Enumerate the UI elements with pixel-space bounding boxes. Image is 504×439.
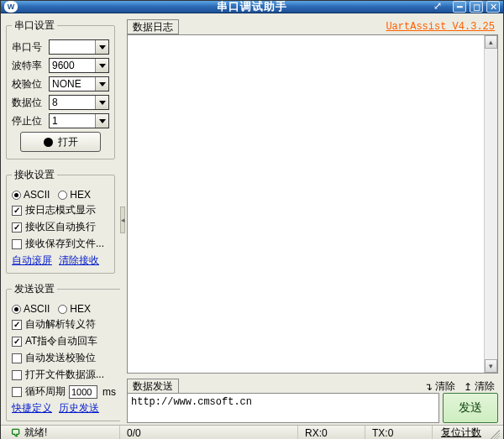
- chevron-down-icon[interactable]: [95, 40, 108, 54]
- parity-value: NONE: [50, 77, 95, 91]
- send-input[interactable]: http://www.cmsoft.cn: [127, 393, 439, 423]
- log-header: 数据日志 UartAssist V4.3.25: [127, 18, 498, 35]
- left-panel: 串口设置 串口号 波特率 9600 校验位: [1, 13, 120, 425]
- send-mode-hex[interactable]: HEX: [58, 303, 91, 315]
- send-quickdef-link[interactable]: 快捷定义: [12, 401, 52, 415]
- send-cycle-checkbox[interactable]: [12, 387, 22, 397]
- send-mode-ascii[interactable]: ASCII: [12, 303, 50, 315]
- clear1-label: 清除: [435, 379, 455, 394]
- send-history-link[interactable]: 历史发送: [59, 401, 99, 415]
- ready-icon: 🗨: [11, 427, 21, 439]
- recv-autowrap-checkbox[interactable]: [12, 222, 22, 233]
- app-window: W 串口调试助手 ⤢ ━ ◻ ✕ 串口设置 串口号 波特率: [0, 0, 504, 439]
- group-send-legend: 发送设置: [12, 282, 57, 296]
- send-escape-label: 自动解析转义符: [25, 317, 96, 332]
- maximize-button[interactable]: ◻: [470, 1, 483, 13]
- stopbits-label: 停止位: [12, 114, 45, 128]
- status-ready-label: 就绪!: [24, 426, 47, 439]
- resize-grip-icon[interactable]: [488, 427, 500, 439]
- chevron-down-icon[interactable]: [95, 59, 108, 72]
- version-link[interactable]: UartAssist V4.3.25: [386, 21, 498, 33]
- baud-value: 9600: [50, 59, 95, 72]
- log-scrollbar[interactable]: ▴ ▾: [484, 35, 497, 373]
- recv-mode-ascii[interactable]: ASCII: [12, 189, 50, 201]
- send-autocheck-label: 自动发送校验位: [25, 351, 96, 365]
- app-icon: W: [4, 1, 18, 13]
- scroll-down-icon[interactable]: ▾: [485, 359, 497, 373]
- send-header: 数据发送 ↴ 清除 ↥ 清除: [127, 377, 498, 394]
- parity-combo[interactable]: NONE: [49, 76, 109, 91]
- send-row: http://www.cmsoft.cn 发送: [127, 393, 498, 423]
- arrow-up-icon: ↥: [464, 381, 472, 393]
- recv-autowrap-label: 接收区自动换行: [25, 220, 96, 234]
- send-atecho-checkbox[interactable]: [12, 337, 22, 347]
- recv-autoscroll-link[interactable]: 自动滚屏: [12, 253, 52, 268]
- baud-label: 波特率: [12, 59, 45, 73]
- recv-mode-hex[interactable]: HEX: [58, 189, 91, 201]
- send-escape-checkbox[interactable]: [12, 320, 22, 330]
- send-cycle-input[interactable]: [69, 385, 97, 399]
- baud-combo[interactable]: 9600: [49, 58, 109, 73]
- scroll-track[interactable]: [485, 49, 497, 359]
- group-port-legend: 串口设置: [12, 18, 57, 33]
- group-recv-settings: 接收设置 ASCII HEX 按日志模式显示 接收区自动换行: [6, 168, 115, 274]
- recv-mode-ascii-label: ASCII: [24, 189, 50, 201]
- databits-label: 数据位: [12, 96, 45, 110]
- send-mode-ascii-label: ASCII: [24, 303, 50, 315]
- clear-up-button[interactable]: ↥ 清除: [464, 379, 495, 394]
- splitter[interactable]: ◂: [120, 13, 125, 425]
- titlebar-controls: ⤢ ━ ◻ ✕: [431, 1, 503, 13]
- log-textarea[interactable]: ▴ ▾: [127, 34, 498, 374]
- group-send-settings: 发送设置 ASCII HEX 自动解析转义符 AT指令自动回车: [6, 282, 122, 421]
- send-openfile-label: 打开文件数据源...: [25, 368, 104, 382]
- statusbar: 🗨 就绪! 0/0 RX:0 TX:0 复位计数: [1, 425, 503, 439]
- send-button[interactable]: 发送: [443, 393, 498, 423]
- stopbits-combo[interactable]: 1: [49, 113, 109, 128]
- open-port-label: 打开: [58, 135, 78, 149]
- status-tx: TX:0: [365, 426, 433, 439]
- log-tab[interactable]: 数据日志: [127, 19, 179, 34]
- recv-logmode-checkbox[interactable]: [12, 206, 22, 216]
- databits-value: 8: [50, 96, 95, 109]
- status-ready: 🗨 就绪!: [4, 426, 120, 439]
- recv-logmode-label: 按日志模式显示: [25, 203, 96, 217]
- databits-combo[interactable]: 8: [49, 95, 109, 110]
- send-cycle-label: 循环周期: [25, 384, 66, 399]
- minimize-button[interactable]: ━: [453, 1, 466, 13]
- chevron-down-icon[interactable]: [95, 96, 108, 109]
- scroll-up-icon[interactable]: ▴: [485, 35, 497, 49]
- chevron-down-icon[interactable]: [95, 77, 108, 91]
- send-openfile-checkbox[interactable]: [12, 370, 22, 380]
- recv-clear-link[interactable]: 清除接收: [59, 253, 99, 268]
- clear-down-button[interactable]: ↴ 清除: [424, 379, 455, 394]
- recv-mode-hex-label: HEX: [70, 189, 91, 201]
- status-dot-icon: [44, 138, 53, 147]
- stopbits-value: 1: [50, 114, 95, 128]
- send-autocheck-checkbox[interactable]: [12, 353, 22, 363]
- port-combo[interactable]: [49, 39, 109, 55]
- titlebar: W 串口调试助手 ⤢ ━ ◻ ✕: [1, 1, 503, 13]
- send-mode-hex-label: HEX: [70, 303, 91, 315]
- window-title: 串口调试助手: [217, 0, 287, 14]
- open-port-button[interactable]: 打开: [20, 132, 101, 152]
- group-recv-legend: 接收设置: [12, 168, 57, 182]
- status-counter1: 0/0: [120, 426, 298, 439]
- close-button[interactable]: ✕: [486, 1, 500, 13]
- status-reset-link[interactable]: 复位计数: [433, 426, 486, 439]
- clear2-label: 清除: [475, 379, 495, 394]
- group-port-settings: 串口设置 串口号 波特率 9600 校验位: [6, 18, 115, 159]
- parity-label: 校验位: [12, 77, 45, 91]
- recv-savefile-checkbox[interactable]: [12, 239, 22, 249]
- splitter-handle-icon[interactable]: ◂: [120, 206, 125, 233]
- send-cycle-unit: ms: [102, 386, 116, 398]
- pin-icon[interactable]: ⤢: [431, 1, 444, 13]
- arrow-down-icon: ↴: [424, 381, 433, 393]
- status-rx: RX:0: [298, 426, 365, 439]
- port-label: 串口号: [12, 40, 45, 55]
- body: 串口设置 串口号 波特率 9600 校验位: [1, 13, 503, 425]
- chevron-down-icon[interactable]: [95, 114, 108, 128]
- right-panel: 数据日志 UartAssist V4.3.25 ▴ ▾ 数据发送 ↴ 清除: [125, 13, 503, 425]
- send-tab[interactable]: 数据发送: [127, 379, 179, 394]
- recv-savefile-label: 接收保存到文件...: [25, 237, 104, 251]
- port-value: [50, 40, 95, 54]
